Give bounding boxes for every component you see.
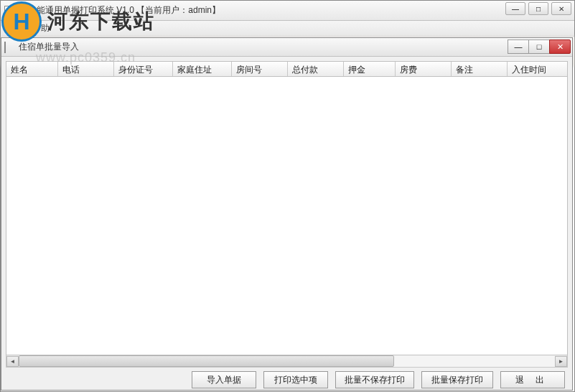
menu-help[interactable]: 帮助 <box>32 22 50 34</box>
col-deposit[interactable]: 押金 <box>344 62 396 76</box>
batch-nosave-print-button[interactable]: 批量不保存打印 <box>335 371 414 388</box>
col-fee[interactable]: 房费 <box>396 62 452 76</box>
col-idcard[interactable]: 身份证号 <box>114 62 173 76</box>
import-button[interactable]: 导入单据 <box>192 371 256 388</box>
child-window-controls: — □ ✕ <box>508 39 571 54</box>
child-window-title: 住宿单批量导入 <box>19 41 79 53</box>
col-room[interactable]: 房间号 <box>232 62 288 76</box>
print-selected-button[interactable]: 打印选中项 <box>263 371 328 388</box>
maximize-button[interactable]: □ <box>528 2 548 15</box>
col-address[interactable]: 家庭住址 <box>173 62 232 76</box>
child-window: 住宿单批量导入 — □ ✕ 姓名 电话 身份证号 家庭住址 房间号 总付款 押金… <box>1 37 573 391</box>
col-phone[interactable]: 电话 <box>58 62 114 76</box>
batch-save-print-button[interactable]: 批量保存打印 <box>421 371 493 388</box>
horizontal-scrollbar[interactable]: ◄ ► <box>6 355 568 368</box>
col-remark[interactable]: 备注 <box>452 62 508 76</box>
menubar: 系统 帮助 <box>1 21 574 37</box>
col-name[interactable]: 姓名 <box>6 62 58 76</box>
col-checkin[interactable]: 入住时间 <box>508 62 567 76</box>
table-body[interactable] <box>6 77 568 355</box>
child-close-button[interactable]: ✕ <box>549 39 571 54</box>
scroll-thumb[interactable] <box>19 355 394 367</box>
child-maximize-button[interactable]: □ <box>528 39 550 54</box>
parent-window-title: 北极能通用单握打印系统 V1.0 【当前用户：admin】 <box>19 4 220 17</box>
scroll-track[interactable] <box>19 355 555 367</box>
table-header: 姓名 电话 身份证号 家庭住址 房间号 总付款 押金 房费 备注 入住时间 <box>6 61 568 77</box>
scroll-right-icon[interactable]: ► <box>555 356 567 367</box>
exit-button[interactable]: 退出 <box>500 371 565 388</box>
close-button[interactable]: ✕ <box>551 2 571 15</box>
parent-titlebar[interactable]: 北极能通用单握打印系统 V1.0 【当前用户：admin】 — □ ✕ <box>1 1 574 21</box>
minimize-button[interactable]: — <box>505 2 525 15</box>
app-icon <box>4 5 15 17</box>
menu-system[interactable]: 系统 <box>5 22 22 34</box>
child-app-icon <box>4 42 14 52</box>
parent-window-controls: — □ ✕ <box>505 2 571 15</box>
child-minimize-button[interactable]: — <box>508 39 529 54</box>
child-titlebar[interactable]: 住宿单批量导入 — □ ✕ <box>1 38 572 57</box>
col-total[interactable]: 总付款 <box>288 62 344 76</box>
scroll-left-icon[interactable]: ◄ <box>6 356 19 367</box>
button-bar: 导入单据 打印选中项 批量不保存打印 批量保存打印 退出 <box>1 368 572 392</box>
